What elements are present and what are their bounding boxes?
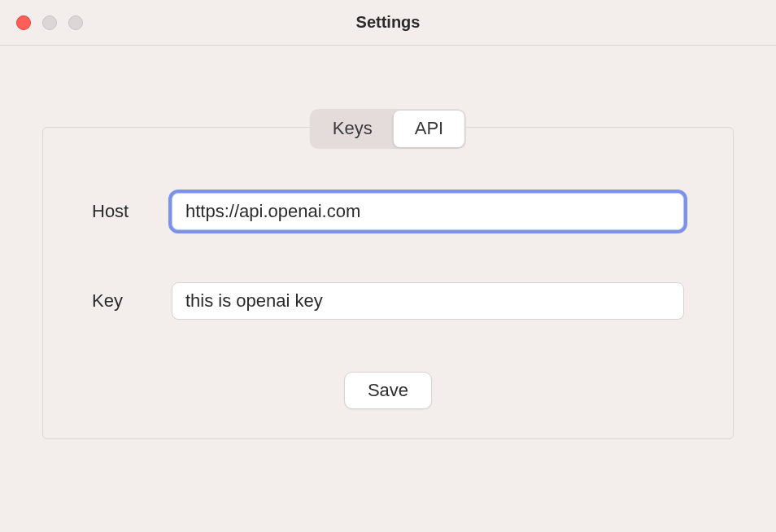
close-icon[interactable]	[16, 15, 31, 30]
host-label: Host	[92, 201, 165, 222]
titlebar: Settings	[0, 0, 776, 46]
tab-control: Keys API	[310, 109, 466, 149]
save-row: Save	[92, 372, 684, 409]
tab-api[interactable]: API	[394, 111, 464, 147]
key-input[interactable]	[172, 282, 684, 320]
key-input-wrap	[172, 282, 684, 320]
window-controls	[16, 15, 83, 30]
key-row: Key	[92, 282, 684, 320]
host-input-wrap	[172, 193, 684, 230]
tab-keys[interactable]: Keys	[312, 111, 394, 147]
key-label: Key	[92, 290, 165, 312]
host-input[interactable]	[172, 193, 684, 230]
settings-panel: Host Key Save	[42, 127, 734, 439]
save-button[interactable]: Save	[344, 372, 432, 409]
window-title: Settings	[356, 13, 421, 32]
zoom-icon[interactable]	[68, 15, 83, 30]
minimize-icon[interactable]	[42, 15, 57, 30]
host-row: Host	[92, 193, 684, 230]
